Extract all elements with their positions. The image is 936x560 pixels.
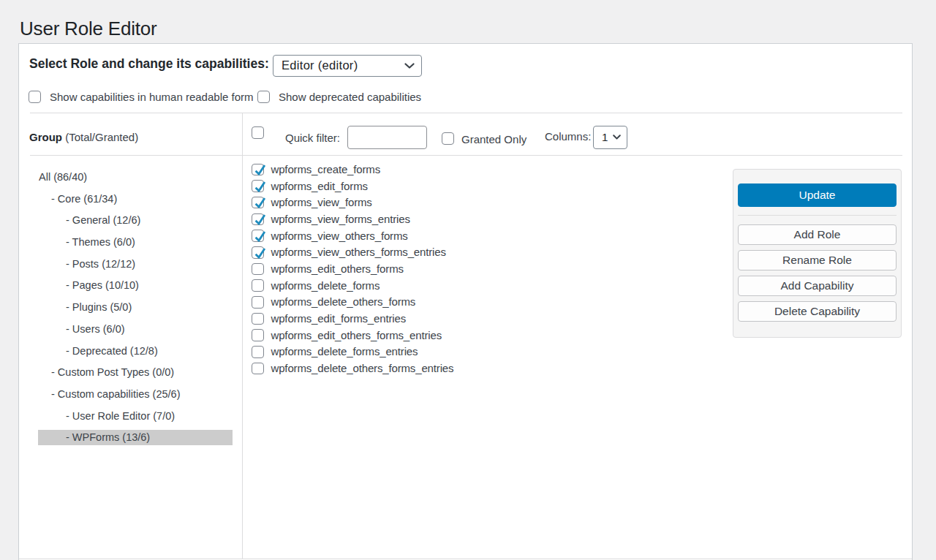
quick-filter-input[interactable] <box>347 126 427 149</box>
capability-name: wpforms_delete_forms_entries <box>271 345 418 358</box>
select-role-heading: Select Role and change its capabilities: <box>29 54 269 73</box>
capability-row: wpforms_edit_forms_entries <box>243 311 453 328</box>
group-tree-item-label: - Custom capabilities (25/6) <box>51 388 181 400</box>
show-human-readable-checkbox[interactable] <box>29 91 41 103</box>
capability-row: wpforms_create_forms <box>243 162 453 178</box>
check-icon <box>253 179 265 192</box>
columns-select[interactable]: 1 <box>593 126 627 149</box>
rename-role-button[interactable]: Rename Role <box>738 250 897 270</box>
page-title: User Role Editor <box>20 18 157 39</box>
capability-name: wpforms_view_others_forms <box>271 230 408 243</box>
capability-checkbox[interactable] <box>252 346 264 358</box>
group-tree-item[interactable]: All (86/40) <box>38 169 233 185</box>
actions-box: Update Add RoleRename RoleAdd Capability… <box>733 169 902 338</box>
group-tree-item-label: - Users (6/0) <box>66 323 125 335</box>
show-deprecated-label: Show deprecated capabilities <box>279 91 421 103</box>
capability-checkbox[interactable] <box>252 279 264 292</box>
divider-top <box>30 113 902 113</box>
show-deprecated-checkbox[interactable] <box>257 91 270 103</box>
capability-name: wpforms_view_others_forms_entries <box>271 246 446 259</box>
delete-capability-button[interactable]: Delete Capability <box>738 301 897 322</box>
capability-name: wpforms_delete_forms <box>271 279 380 292</box>
check-icon <box>253 246 265 259</box>
capability-name: wpforms_delete_others_forms <box>271 295 416 309</box>
capabilities-list: wpforms_create_forms wpforms_edit_forms … <box>243 162 453 377</box>
capability-checkbox[interactable] <box>252 164 264 176</box>
group-tree-item-label: - Deprecated (12/8) <box>66 345 158 357</box>
group-header: Group (Total/Granted) <box>29 130 138 145</box>
group-tree-item[interactable]: - Custom Post Types (0/0) <box>38 364 233 380</box>
capability-row: wpforms_edit_others_forms_entries <box>243 327 453 344</box>
check-icon <box>253 195 265 208</box>
check-icon <box>253 212 265 225</box>
role-select[interactable]: Editor (editor) <box>273 55 422 77</box>
capability-row: wpforms_view_forms <box>243 194 453 211</box>
capability-checkbox[interactable] <box>252 363 264 375</box>
capability-name: wpforms_create_forms <box>271 163 381 176</box>
group-tree-item[interactable]: - Deprecated (12/8) <box>38 343 233 359</box>
columns-label: Columns: <box>545 129 591 144</box>
capability-row: wpforms_delete_others_forms_entries <box>243 360 453 377</box>
group-tree-item[interactable]: - General (12/6) <box>38 213 233 229</box>
groups-tree: All (86/40)- Core (61/34)- General (12/6… <box>38 169 233 451</box>
quick-filter-label: Quick filter: <box>285 131 340 145</box>
select-all-checkbox[interactable] <box>252 126 264 139</box>
capability-name: wpforms_edit_others_forms <box>271 262 404 276</box>
show-human-readable-label: Show capabilities in human readable form <box>50 91 254 103</box>
group-tree-item[interactable]: - Themes (6/0) <box>38 234 233 250</box>
add-capability-button[interactable]: Add Capability <box>738 276 897 296</box>
capability-checkbox[interactable] <box>252 213 264 226</box>
group-tree-item[interactable]: - Users (6/0) <box>38 321 233 337</box>
capability-row: wpforms_view_others_forms_entries <box>243 244 453 261</box>
capability-row: wpforms_delete_forms_entries <box>243 344 453 360</box>
capability-checkbox[interactable] <box>252 296 264 309</box>
group-tree-item[interactable]: - WPForms (13/6) <box>38 430 233 446</box>
group-tree-item-label: - Pages (10/10) <box>66 279 139 291</box>
capability-checkbox[interactable] <box>252 263 264 276</box>
table-bottom-border <box>19 559 912 559</box>
columns-select-value: 1 <box>602 131 608 143</box>
capability-row: wpforms_edit_others_forms <box>243 261 453 278</box>
group-tree-item[interactable]: - Pages (10/10) <box>38 278 233 294</box>
group-tree-item-label: - General (12/6) <box>66 214 140 226</box>
capability-row: wpforms_delete_forms <box>243 277 453 294</box>
capability-name: wpforms_view_forms <box>271 196 372 209</box>
group-tree-item-label: - WPForms (13/6) <box>66 431 150 443</box>
capability-checkbox[interactable] <box>252 180 264 192</box>
user-role-editor-panel: Select Role and change its capabilities:… <box>18 43 913 560</box>
group-tree-item[interactable]: - User Role Editor (7/0) <box>38 408 233 424</box>
capability-checkbox[interactable] <box>252 313 264 325</box>
actions-divider <box>738 215 897 216</box>
capability-checkbox[interactable] <box>252 246 264 259</box>
capability-name: wpforms_delete_others_forms_entries <box>271 362 454 375</box>
capability-row: wpforms_view_forms_entries <box>243 211 453 228</box>
capability-row: wpforms_delete_others_forms <box>243 294 453 311</box>
capability-checkbox[interactable] <box>252 197 264 209</box>
capability-name: wpforms_edit_others_forms_entries <box>271 329 442 342</box>
chevron-down-icon <box>613 135 621 140</box>
chevron-down-icon <box>404 63 415 69</box>
add-role-button[interactable]: Add Role <box>738 224 897 245</box>
update-button[interactable]: Update <box>738 183 897 207</box>
capability-row: wpforms_view_others_forms <box>243 227 453 244</box>
group-tree-item[interactable]: - Plugins (5/0) <box>38 299 233 315</box>
capability-name: wpforms_edit_forms <box>271 180 368 193</box>
check-icon <box>253 162 265 175</box>
group-tree-item-label: - User Role Editor (7/0) <box>66 410 175 422</box>
group-tree-item[interactable]: - Custom capabilities (25/6) <box>38 386 233 402</box>
capability-checkbox[interactable] <box>252 230 264 242</box>
granted-only-checkbox[interactable] <box>442 132 454 145</box>
group-tree-item-label: - Plugins (5/0) <box>66 301 132 313</box>
group-tree-item-label: All (86/40) <box>39 171 87 183</box>
capability-checkbox[interactable] <box>252 329 264 341</box>
granted-only-label: Granted Only <box>461 132 526 147</box>
group-tree-item-label: - Posts (12/12) <box>66 258 135 270</box>
group-tree-item-label: - Core (61/34) <box>51 193 117 205</box>
group-tree-item-label: - Custom Post Types (0/0) <box>51 366 174 378</box>
capability-row: wpforms_edit_forms <box>243 178 453 194</box>
check-icon <box>253 229 265 242</box>
role-select-value: Editor (editor) <box>282 58 358 72</box>
group-tree-item[interactable]: - Core (61/34) <box>38 191 233 207</box>
capability-name: wpforms_edit_forms_entries <box>271 312 407 325</box>
group-tree-item[interactable]: - Posts (12/12) <box>38 256 233 272</box>
